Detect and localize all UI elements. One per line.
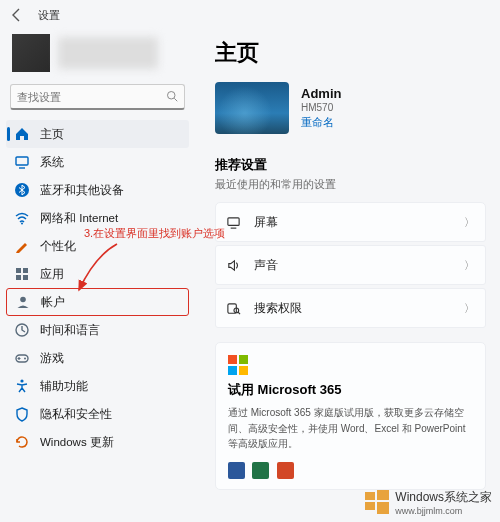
- avatar: [12, 34, 50, 72]
- sidebar-item-time[interactable]: 时间和语言: [6, 316, 189, 344]
- svg-line-19: [238, 312, 240, 314]
- sidebar-item-accessibility[interactable]: 辅助功能: [6, 372, 189, 400]
- recommended-subtitle: 最近使用的和常用的设置: [215, 178, 486, 192]
- sidebar-item-label: 主页: [40, 127, 64, 142]
- sidebar-item-privacy[interactable]: 隐私和安全性: [6, 400, 189, 428]
- sidebar-item-bluetooth[interactable]: 蓝牙和其他设备: [6, 176, 189, 204]
- svg-rect-22: [228, 366, 237, 375]
- svg-rect-21: [239, 355, 248, 364]
- svg-line-1: [174, 98, 177, 101]
- setting-row-display[interactable]: 屏幕〉: [215, 202, 486, 242]
- time-icon: [14, 322, 30, 338]
- search-icon: [166, 90, 178, 104]
- page-title: 主页: [215, 38, 486, 68]
- promo-description: 通过 Microsoft 365 家庭版试用版，获取更多云存储空间、高级安全性，…: [228, 405, 473, 452]
- sidebar-item-label: 蓝牙和其他设备: [40, 183, 124, 198]
- update-icon: [14, 434, 30, 450]
- svg-point-14: [20, 379, 23, 382]
- back-button[interactable]: [8, 6, 26, 24]
- sidebar-item-label: 帐户: [41, 295, 65, 310]
- home-icon: [14, 126, 30, 142]
- word-icon: [228, 462, 245, 479]
- sidebar-item-home[interactable]: 主页: [6, 120, 189, 148]
- svg-rect-20: [228, 355, 237, 364]
- sound-icon: [226, 258, 242, 273]
- powerpoint-icon: [277, 462, 294, 479]
- setting-row-search-perm[interactable]: 搜索权限〉: [215, 288, 486, 328]
- sidebar-item-gaming[interactable]: 游戏: [6, 344, 189, 372]
- search-perm-icon: [226, 301, 242, 316]
- promo-title: 试用 Microsoft 365: [228, 381, 473, 399]
- apps-icon: [14, 266, 30, 282]
- svg-rect-7: [23, 268, 28, 273]
- account-wallpaper: [215, 82, 289, 134]
- sidebar-item-label: 辅助功能: [40, 379, 88, 394]
- accessibility-icon: [14, 378, 30, 394]
- setting-label: 声音: [254, 258, 464, 273]
- sidebar-item-label: Windows 更新: [40, 435, 114, 450]
- account-row: Admin HM570 重命名: [215, 82, 486, 134]
- sidebar-item-label: 系统: [40, 155, 64, 170]
- sidebar-item-update[interactable]: Windows 更新: [6, 428, 189, 456]
- wifi-icon: [14, 210, 30, 226]
- sidebar-item-wifi[interactable]: 网络和 Internet: [6, 204, 189, 232]
- system-icon: [14, 154, 30, 170]
- account-name: Admin: [301, 86, 341, 101]
- privacy-icon: [14, 406, 30, 422]
- setting-label: 屏幕: [254, 215, 464, 230]
- user-name-blurred: [58, 37, 158, 69]
- svg-point-0: [168, 91, 176, 99]
- excel-icon: [252, 462, 269, 479]
- microsoft-logo-icon: [228, 355, 248, 375]
- sidebar-item-apps[interactable]: 应用: [6, 260, 189, 288]
- personalize-icon: [14, 238, 30, 254]
- sidebar-item-label: 网络和 Internet: [40, 211, 118, 226]
- sidebar-item-label: 应用: [40, 267, 64, 282]
- user-card[interactable]: [6, 30, 189, 82]
- chevron-right-icon: 〉: [464, 258, 475, 273]
- sidebar: 主页系统蓝牙和其他设备网络和 Internet个性化应用帐户时间和语言游戏辅助功…: [0, 30, 195, 522]
- nav-list: 主页系统蓝牙和其他设备网络和 Internet个性化应用帐户时间和语言游戏辅助功…: [6, 120, 189, 456]
- sidebar-item-personalize[interactable]: 个性化: [6, 232, 189, 260]
- svg-point-10: [20, 297, 26, 303]
- sidebar-item-label: 时间和语言: [40, 323, 100, 338]
- display-icon: [226, 215, 242, 230]
- chevron-right-icon: 〉: [464, 215, 475, 230]
- recommended-heading: 推荐设置: [215, 156, 486, 174]
- search-box[interactable]: [10, 84, 185, 110]
- rename-link[interactable]: 重命名: [301, 116, 341, 130]
- sidebar-item-label: 隐私和安全性: [40, 407, 112, 422]
- svg-rect-9: [23, 275, 28, 280]
- chevron-right-icon: 〉: [464, 301, 475, 316]
- svg-rect-2: [16, 157, 28, 165]
- promo-card: 试用 Microsoft 365 通过 Microsoft 365 家庭版试用版…: [215, 342, 486, 490]
- sidebar-item-label: 游戏: [40, 351, 64, 366]
- setting-row-sound[interactable]: 声音〉: [215, 245, 486, 285]
- gaming-icon: [14, 350, 30, 366]
- svg-rect-23: [239, 366, 248, 375]
- sidebar-item-account[interactable]: 帐户: [6, 288, 189, 316]
- main-content: 主页 Admin HM570 重命名 推荐设置 最近使用的和常用的设置 屏幕〉声…: [195, 30, 500, 522]
- account-device: HM570: [301, 102, 341, 113]
- header-title: 设置: [38, 8, 60, 23]
- sidebar-item-system[interactable]: 系统: [6, 148, 189, 176]
- bluetooth-icon: [14, 182, 30, 198]
- sidebar-item-label: 个性化: [40, 239, 76, 254]
- svg-point-5: [21, 223, 23, 225]
- search-input[interactable]: [17, 91, 166, 103]
- setting-label: 搜索权限: [254, 301, 464, 316]
- svg-rect-8: [16, 275, 21, 280]
- svg-rect-6: [16, 268, 21, 273]
- promo-app-icons: [228, 462, 473, 479]
- svg-point-13: [24, 358, 26, 360]
- account-icon: [15, 294, 31, 310]
- svg-rect-15: [228, 217, 239, 225]
